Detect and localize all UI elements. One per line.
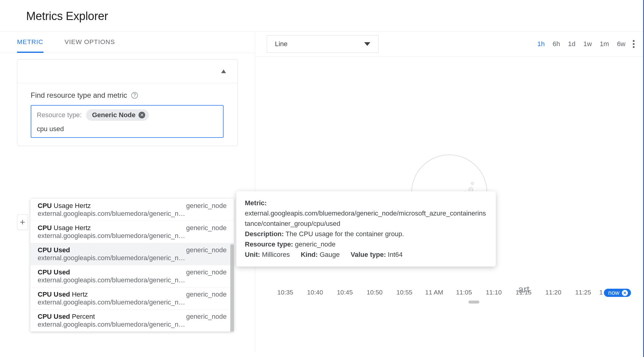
chevron-up-icon <box>221 70 226 73</box>
tt-desc-value: The CPU usage for the container group. <box>286 230 404 238</box>
chart-x-axis: 10:3510:4010:4510:5010:5511 AM11:0511:10… <box>270 289 631 297</box>
tt-metric-value: external.googleapis.com/bluemedora/gener… <box>245 208 487 229</box>
time-range-1w[interactable]: 1w <box>583 40 592 48</box>
metric-card: Find resource type and metric ? Resource… <box>17 59 238 146</box>
left-panel: METRIC VIEW OPTIONS Find resource type a… <box>0 32 255 352</box>
chart-toolbar: Line 1h6h1d1w1m6w <box>255 32 643 57</box>
x-tick: 10:45 <box>330 289 360 297</box>
x-tick: 11:10 <box>479 289 509 297</box>
x-tick: 11:25 <box>568 289 598 297</box>
time-slider-thumb[interactable] <box>468 301 479 304</box>
plus-icon: + <box>20 217 25 227</box>
tt-vt-value: Int64 <box>388 251 403 258</box>
more-menu-icon[interactable] <box>632 40 636 48</box>
suggestion-item[interactable]: CPU Used Hertzgeneric_nodeexternal.googl… <box>30 287 234 309</box>
metric-detail-tooltip: Metric: external.googleapis.com/bluemedo… <box>236 191 496 267</box>
now-close-icon[interactable]: ✕ <box>622 290 628 296</box>
time-range-1d[interactable]: 1d <box>568 40 575 48</box>
caret-down-icon <box>364 42 370 46</box>
metric-search-box[interactable]: Resource type: Generic Node ✕ <box>31 105 224 138</box>
time-range-1m[interactable]: 1m <box>600 40 609 48</box>
chip-remove-icon[interactable]: ✕ <box>139 112 145 118</box>
resource-type-chip[interactable]: Generic Node ✕ <box>86 109 149 121</box>
tt-kind-label: Kind: <box>301 251 318 258</box>
resource-type-label: Resource type: <box>37 111 82 119</box>
help-icon[interactable]: ? <box>131 92 138 99</box>
x-tick: 10:35 <box>270 289 300 297</box>
x-tick: 10:50 <box>360 289 389 297</box>
x-tick: 1 <box>598 289 604 297</box>
tt-desc-label: Description: <box>245 230 284 238</box>
page-title: Metrics Explorer <box>26 10 643 23</box>
time-range-6h[interactable]: 6h <box>553 40 560 48</box>
scrollbar-thumb[interactable] <box>230 244 234 332</box>
now-pill[interactable]: now✕ <box>604 289 631 297</box>
tabs: METRIC VIEW OPTIONS <box>0 32 255 53</box>
chart-type-value: Line <box>275 40 288 48</box>
suggestion-item[interactable]: CPU Usage Hertzgeneric_nodeexternal.goog… <box>30 221 234 243</box>
tt-res-value: generic_node <box>295 240 335 248</box>
time-range-6w[interactable]: 6w <box>617 40 625 48</box>
tt-res-label: Resource type: <box>245 240 293 248</box>
metric-search-input[interactable] <box>37 125 218 133</box>
tt-unit-value: Millicores <box>262 251 290 258</box>
tt-unit-label: Unit: <box>245 251 260 258</box>
time-range-1h[interactable]: 1h <box>537 40 545 48</box>
metric-suggestions-dropdown: CPU Usage Hertzgeneric_nodeexternal.goog… <box>30 199 234 332</box>
tt-kind-value: Gauge <box>320 251 340 258</box>
tt-vt-label: Value type: <box>351 251 386 258</box>
x-tick: 11:15 <box>509 289 539 297</box>
x-tick: 11:05 <box>449 289 479 297</box>
x-tick: 11:20 <box>539 289 568 297</box>
chart-type-select[interactable]: Line <box>267 35 379 53</box>
tt-metric-label: Metric: <box>245 199 267 207</box>
time-range-group: 1h6h1d1w1m6w <box>537 40 625 48</box>
x-tick: 10:55 <box>389 289 419 297</box>
suggestion-item[interactable]: CPU Usedgeneric_nodeexternal.googleapis.… <box>30 243 234 265</box>
page-header: Metrics Explorer <box>0 0 643 31</box>
suggestion-item[interactable]: CPU Used Percentgeneric_nodeexternal.goo… <box>30 309 234 332</box>
tab-view-options[interactable]: VIEW OPTIONS <box>65 38 115 53</box>
suggestion-item[interactable]: CPU Usedgeneric_nodeexternal.googleapis.… <box>30 265 234 287</box>
card-collapse-row[interactable] <box>17 59 238 83</box>
search-title: Find resource type and metric <box>31 91 127 100</box>
chip-text: Generic Node <box>92 111 135 119</box>
x-tick: 11 AM <box>419 289 449 297</box>
tab-metric[interactable]: METRIC <box>17 38 43 53</box>
x-tick: 10:40 <box>300 289 330 297</box>
suggestion-item[interactable]: CPU Usage Hertzgeneric_nodeexternal.goog… <box>30 199 234 221</box>
add-metric-button[interactable]: + <box>17 214 28 230</box>
